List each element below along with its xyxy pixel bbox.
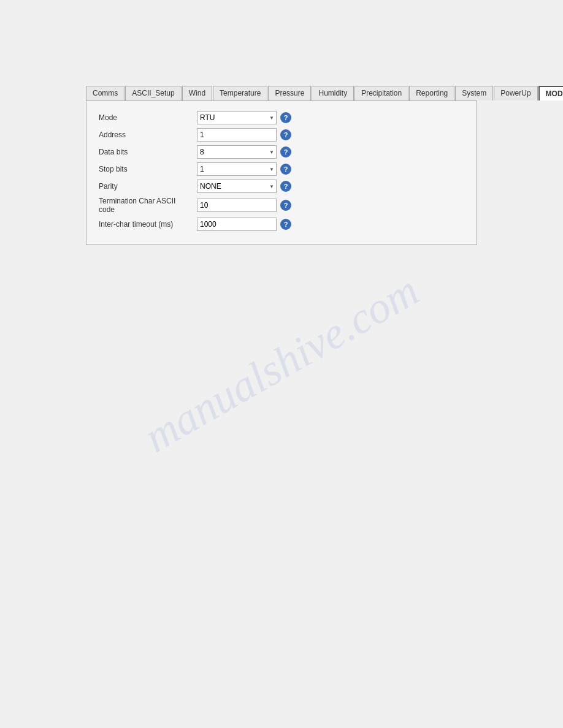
data-bits-control: 8 7 6 5 ?: [197, 145, 291, 159]
mode-select-wrapper: RTU ASCII: [197, 111, 277, 124]
termination-char-label: Termination Char ASCII code: [99, 197, 197, 214]
main-container: Comms ASCII_Setup Wind Temperature Press…: [0, 0, 563, 245]
termination-char-row: Termination Char ASCII code ?: [99, 197, 464, 214]
tab-system[interactable]: System: [455, 86, 493, 100]
tab-pressure[interactable]: Pressure: [268, 86, 311, 100]
termination-char-help-icon[interactable]: ?: [280, 200, 291, 211]
parity-control: NONE EVEN ODD ?: [197, 180, 291, 193]
stop-bits-row: Stop bits 1 2 ?: [99, 162, 464, 176]
parity-label: Parity: [99, 182, 197, 191]
data-bits-select[interactable]: 8 7 6 5: [197, 145, 277, 159]
inter-char-timeout-input[interactable]: [197, 218, 277, 231]
data-bits-select-wrapper: 8 7 6 5: [197, 145, 277, 159]
mode-select[interactable]: RTU ASCII: [197, 111, 277, 124]
address-label: Address: [99, 131, 197, 139]
inter-char-timeout-row: Inter-char timeout (ms) ?: [99, 218, 464, 231]
tab-reporting[interactable]: Reporting: [409, 86, 454, 100]
tab-temperature[interactable]: Temperature: [213, 86, 267, 100]
termination-char-control: ?: [197, 199, 291, 212]
modbus-tab-content: Mode RTU ASCII ? Address ? Data bits: [86, 101, 477, 245]
parity-select[interactable]: NONE EVEN ODD: [197, 180, 277, 193]
stop-bits-help-icon[interactable]: ?: [280, 164, 291, 175]
mode-help-icon[interactable]: ?: [280, 112, 291, 123]
stop-bits-control: 1 2 ?: [197, 162, 291, 176]
inter-char-timeout-help-icon[interactable]: ?: [280, 219, 291, 230]
mode-label: Mode: [99, 113, 197, 122]
parity-row: Parity NONE EVEN ODD ?: [99, 180, 464, 193]
data-bits-help-icon[interactable]: ?: [280, 146, 291, 157]
parity-select-wrapper: NONE EVEN ODD: [197, 180, 277, 193]
mode-control: RTU ASCII ?: [197, 111, 291, 124]
tab-humidity[interactable]: Humidity: [312, 86, 354, 100]
data-bits-label: Data bits: [99, 148, 197, 156]
tab-wind[interactable]: Wind: [182, 86, 212, 100]
stop-bits-select[interactable]: 1 2: [197, 162, 277, 176]
inter-char-timeout-label: Inter-char timeout (ms): [99, 220, 197, 229]
inter-char-timeout-control: ?: [197, 218, 291, 231]
tab-precipitation[interactable]: Precipitation: [354, 86, 408, 100]
address-control: ?: [197, 128, 291, 142]
stop-bits-label: Stop bits: [99, 165, 197, 173]
parity-help-icon[interactable]: ?: [280, 181, 291, 192]
stop-bits-select-wrapper: 1 2: [197, 162, 277, 176]
tab-powerup[interactable]: PowerUp: [494, 86, 537, 100]
data-bits-row: Data bits 8 7 6 5 ?: [99, 145, 464, 159]
tab-comms[interactable]: Comms: [86, 86, 124, 100]
address-row: Address ?: [99, 128, 464, 142]
watermark: manualshive.com: [136, 265, 427, 463]
termination-char-input[interactable]: [197, 199, 277, 212]
address-input[interactable]: [197, 128, 277, 142]
tab-modbus[interactable]: MODBUS: [538, 86, 563, 100]
tab-bar: Comms ASCII_Setup Wind Temperature Press…: [86, 86, 477, 101]
mode-row: Mode RTU ASCII ?: [99, 111, 464, 124]
tab-ascii-setup[interactable]: ASCII_Setup: [125, 86, 181, 100]
address-help-icon[interactable]: ?: [280, 129, 291, 140]
